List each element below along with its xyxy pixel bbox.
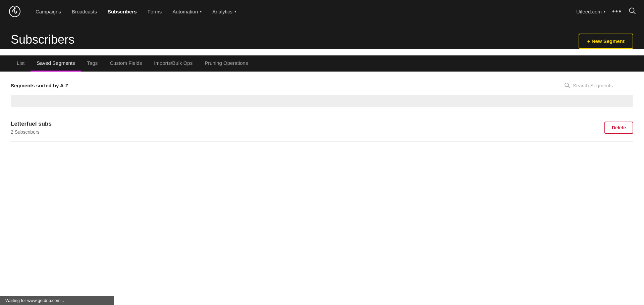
tab-saved-segments[interactable]: Saved Segments	[31, 55, 81, 72]
nav-automation[interactable]: Automation ▾	[168, 6, 206, 17]
navbar-right: Uifeed.com ▾ •••	[576, 7, 636, 16]
nav-subscribers[interactable]: Subscribers	[103, 6, 142, 17]
nav-broadcasts[interactable]: Broadcasts	[67, 6, 102, 17]
account-selector[interactable]: Uifeed.com ▾	[576, 9, 605, 14]
logo[interactable]	[8, 5, 21, 18]
tab-list[interactable]: List	[11, 55, 31, 72]
tab-imports-bulk-ops[interactable]: Imports/Bulk Ops	[148, 55, 199, 72]
nav-links: Campaigns Broadcasts Subscribers Forms A…	[31, 6, 576, 17]
search-segments-icon	[564, 82, 570, 88]
analytics-chevron-icon: ▾	[234, 10, 236, 13]
svg-point-1	[14, 7, 16, 9]
segment-info: Letterfuel subs 2 Subscribers	[11, 121, 52, 135]
segment-name[interactable]: Letterfuel subs	[11, 121, 52, 127]
segment-item: Letterfuel subs 2 Subscribers Delete	[11, 114, 633, 142]
search-segments-container	[564, 82, 633, 88]
nav-campaigns[interactable]: Campaigns	[31, 6, 66, 17]
segment-count: 2 Subscribers	[11, 129, 52, 135]
svg-line-5	[568, 86, 570, 88]
sort-label: Segments sorted by A-Z	[11, 83, 68, 88]
dots-menu[interactable]: •••	[612, 7, 622, 16]
navbar: Campaigns Broadcasts Subscribers Forms A…	[0, 0, 644, 23]
content-area: Segments sorted by A-Z Letterfuel subs 2…	[0, 72, 644, 142]
loading-bar	[11, 95, 633, 107]
sort-value[interactable]: A-Z	[60, 83, 68, 88]
tab-custom-fields[interactable]: Custom Fields	[104, 55, 148, 72]
page-header: Subscribers + New Segment	[0, 23, 644, 49]
search-icon[interactable]	[629, 7, 636, 16]
page-title: Subscribers	[11, 32, 74, 47]
delete-segment-button[interactable]: Delete	[604, 122, 633, 134]
status-bar: Waiting for www.getdrip.com...	[0, 296, 114, 305]
sort-prefix: Segments sorted by	[11, 83, 60, 88]
svg-line-3	[634, 12, 636, 14]
tab-pruning-operations[interactable]: Pruning Operations	[199, 55, 254, 72]
account-chevron-icon: ▾	[604, 10, 605, 13]
new-segment-button[interactable]: + New Segment	[579, 34, 633, 49]
tabs-bar: List Saved Segments Tags Custom Fields I…	[0, 55, 644, 72]
nav-analytics[interactable]: Analytics ▾	[208, 6, 241, 17]
automation-chevron-icon: ▾	[200, 10, 202, 13]
tab-tags[interactable]: Tags	[81, 55, 104, 72]
segments-header: Segments sorted by A-Z	[11, 82, 633, 88]
search-segments-input[interactable]	[573, 83, 633, 88]
nav-forms[interactable]: Forms	[143, 6, 167, 17]
account-name: Uifeed.com	[576, 9, 602, 14]
